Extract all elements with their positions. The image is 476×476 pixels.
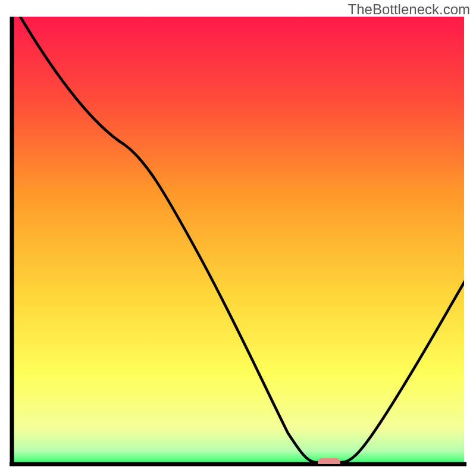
chart-container: TheBottleneck.com <box>0 0 476 476</box>
watermark-text: TheBottleneck.com <box>348 1 470 18</box>
bottleneck-chart <box>8 17 468 468</box>
